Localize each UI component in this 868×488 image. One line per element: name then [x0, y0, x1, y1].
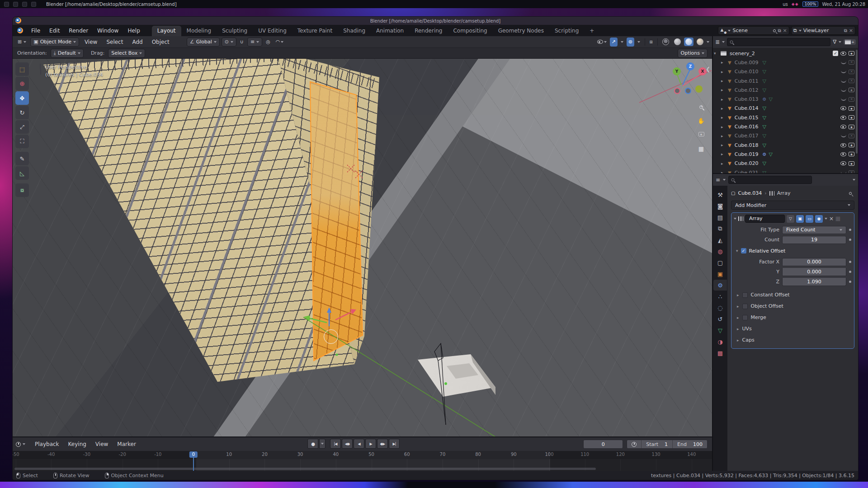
properties-tab-output[interactable]: ▤ — [713, 212, 727, 223]
disable-render-toggle[interactable] — [849, 70, 854, 74]
workspace-tab-shading[interactable]: Shading — [338, 26, 371, 36]
menu-file[interactable]: File — [27, 25, 45, 36]
transform-orientation-selector[interactable]: ∠Global — [187, 38, 220, 47]
menu-help[interactable]: Help — [123, 25, 144, 36]
jump-to-end-button[interactable]: ▶| — [389, 439, 400, 449]
properties-options-chevron[interactable] — [853, 179, 855, 181]
workspace-icon[interactable] — [22, 2, 27, 7]
drag-handle[interactable]: ⣿⣿ — [835, 216, 840, 221]
disable-render-toggle[interactable] — [849, 170, 854, 173]
relative-offset-row[interactable]: ▾ ✓ Relative Offset — [731, 245, 854, 257]
proportional-edit-toggle[interactable]: ◎ — [264, 38, 272, 47]
object-name[interactable]: Cube.018 — [735, 142, 759, 148]
chevron-down-icon[interactable] — [722, 41, 725, 43]
object-name[interactable]: Cube.013 — [735, 96, 759, 102]
options-dropdown[interactable]: Options — [678, 49, 708, 58]
properties-tab-constraints[interactable]: ↺ — [713, 314, 727, 324]
timeline-menu-marker[interactable]: Marker — [113, 441, 140, 447]
disclosure-icon[interactable]: ▸ — [721, 143, 726, 147]
object-name[interactable]: Cube.009 — [735, 60, 759, 66]
drag-dropdown[interactable]: Select Box — [108, 49, 145, 58]
timeline-menu-keying[interactable]: Keying — [64, 441, 91, 447]
disclosure-icon[interactable]: ▸ — [721, 97, 726, 102]
animate-dot[interactable] — [849, 229, 851, 231]
factor-field[interactable]: 0.000 — [782, 258, 846, 266]
play-button[interactable]: ▶ — [365, 439, 376, 449]
use-preview-range-button[interactable] — [627, 442, 641, 447]
animate-dot[interactable] — [849, 271, 851, 273]
expand-chevron[interactable] — [734, 218, 736, 220]
outliner-row-cube-021[interactable]: ▸▼Cube.021▽ — [713, 168, 858, 173]
blender-menu-icon[interactable] — [17, 28, 23, 33]
factor-field[interactable]: 0.000 — [782, 268, 846, 276]
chevron-down-icon[interactable] — [728, 30, 731, 32]
hide-viewport-toggle[interactable] — [840, 152, 846, 156]
disclosure-icon[interactable]: ▸ — [721, 170, 726, 173]
delete-modifier-button[interactable]: × — [829, 216, 834, 222]
keying-set-chevron[interactable] — [319, 439, 326, 449]
window-titlebar[interactable]: Blender [/home/amalie/Desktop/blender/ca… — [13, 17, 858, 25]
scale-tool[interactable]: ⤢ — [15, 120, 29, 134]
timeline-ruler-area[interactable]: -50-40-30-20-100102030405060708090100110… — [13, 451, 712, 471]
disable-render-toggle[interactable] — [849, 97, 854, 102]
hide-viewport-toggle[interactable] — [840, 143, 846, 147]
outliner-row-cube-017[interactable]: ▸▼Cube.017▽ — [713, 131, 858, 141]
disable-render-toggle[interactable] — [849, 125, 854, 129]
disclosure-icon[interactable]: ▸ — [737, 293, 739, 297]
chevron-down-icon[interactable] — [839, 41, 841, 43]
object-name[interactable]: Cube.020 — [735, 160, 759, 166]
transform-tool[interactable]: ⛶ — [15, 135, 29, 148]
disclosure-icon[interactable]: ▸ — [721, 115, 726, 120]
disable-render-toggle[interactable] — [849, 143, 854, 147]
disclosure-icon[interactable]: ▸ — [737, 327, 739, 331]
object-name[interactable]: Cube.012 — [735, 87, 759, 93]
disclosure-icon[interactable]: ▸ — [721, 79, 726, 83]
menu-edit[interactable]: Edit — [45, 25, 64, 36]
pin-icon[interactable] — [849, 191, 852, 195]
timeline-menu-playback[interactable]: Playback — [30, 441, 64, 447]
measure-tool[interactable]: ◺ — [15, 166, 29, 180]
collapse-region-arrow[interactable]: ❮ — [706, 66, 710, 72]
properties-tab-view-layer[interactable]: ⧉ — [713, 223, 727, 234]
new-scene-icon[interactable]: ⧉ — [778, 28, 781, 33]
disable-render-toggle[interactable] — [849, 115, 854, 120]
new-viewlayer-icon[interactable]: ⧉ — [844, 28, 847, 33]
properties-tab-material[interactable]: ◑ — [713, 336, 727, 347]
properties-tab-world[interactable]: ◍ — [713, 246, 727, 257]
count-field[interactable]: 19 — [782, 236, 846, 244]
cursor-tool[interactable]: ⊕ — [15, 77, 29, 90]
gizmo-options-selector[interactable] — [619, 38, 625, 47]
show-object-types-selector[interactable] — [595, 38, 609, 47]
properties-tab-data[interactable]: ▽ — [713, 325, 727, 336]
disclosure-icon[interactable]: ▸ — [721, 70, 726, 74]
workspace-tab-+[interactable]: + — [584, 26, 599, 36]
breadcrumb-object[interactable]: Cube.034 — [738, 190, 762, 196]
outliner-row-cube-020[interactable]: ▸▼Cube.020▽ — [713, 159, 858, 168]
hide-viewport-toggle[interactable] — [840, 161, 846, 165]
breadcrumb-modifier[interactable]: Array — [777, 190, 791, 196]
disclosure-icon[interactable]: ▸ — [721, 152, 726, 156]
orthographic-toggle-button[interactable]: ▦ — [695, 143, 707, 155]
hide-viewport-toggle[interactable] — [841, 171, 846, 174]
viewport-menu-object[interactable]: Object — [147, 39, 174, 45]
workspace-tab-rendering[interactable]: Rendering — [409, 26, 448, 36]
shading-rendered-button[interactable] — [695, 38, 705, 47]
pivot-point-selector[interactable]: ⊙ — [222, 38, 236, 47]
edit-mode-display-toggle[interactable]: ▽ — [787, 215, 794, 223]
camera-view-button[interactable] — [695, 128, 707, 140]
hide-viewport-toggle[interactable] — [840, 106, 846, 110]
factor-field[interactable]: 1.090 — [782, 278, 846, 286]
3d-viewport[interactable]: ⬚ ⊕ ✥ ↻ ⤢ ⛶ ✎ ◺ ⧇ User Perspective (0) t… — [13, 59, 712, 436]
properties-tab-render[interactable]: ◙ — [713, 201, 727, 211]
zoom-button[interactable] — [695, 101, 707, 113]
properties-editor-icon[interactable]: ≡ — [716, 177, 720, 183]
hide-viewport-toggle[interactable] — [840, 116, 846, 120]
animate-dot[interactable] — [849, 239, 851, 241]
disclosure-icon[interactable]: ▸ — [721, 161, 726, 166]
section-checkbox[interactable] — [742, 292, 748, 298]
properties-tab-scene[interactable]: ◭ — [713, 235, 727, 245]
workspace-tab-sculpting[interactable]: Sculpting — [217, 26, 253, 36]
disable-render-toggle[interactable] — [849, 79, 854, 83]
render-display-toggle[interactable]: ◉ — [815, 215, 823, 223]
outliner-scrollbar[interactable] — [856, 50, 858, 154]
